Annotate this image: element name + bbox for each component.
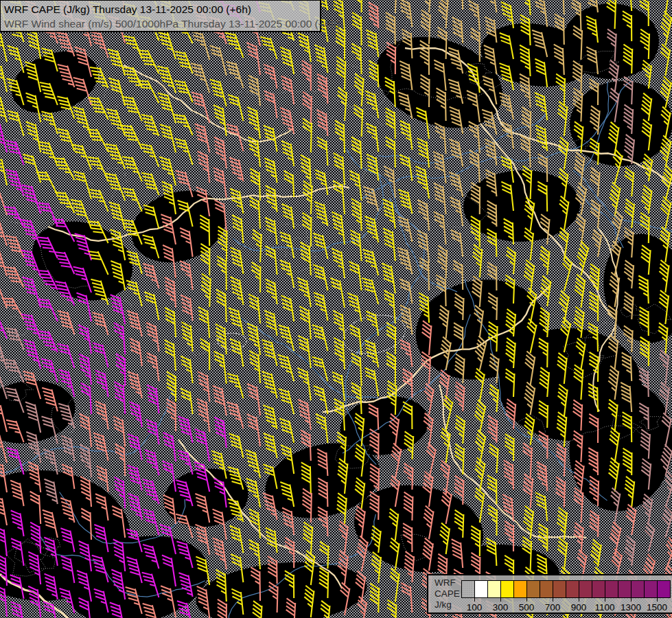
legend-tick [500, 598, 501, 602]
legend-labels: WRF CAPE J/kg [435, 577, 460, 610]
legend-cell-11 [605, 581, 618, 597]
legend-cell-10 [592, 581, 605, 597]
legend-cell-8 [566, 581, 579, 597]
legend-cell-1 [474, 581, 487, 597]
legend-tick [553, 598, 553, 602]
legend-tick [474, 598, 475, 602]
legend-model-label: WRF [435, 577, 460, 588]
legend-cell-0 [462, 581, 474, 597]
legend-parameter-label: CAPE [435, 588, 460, 599]
legend-colorbar [461, 580, 671, 598]
title-line-windshear: WRF Wind shear (m/s) 500/1000hPa Thursda… [4, 16, 320, 31]
legend-panel: WRF CAPE J/kg 10030050070090011001300150… [427, 574, 672, 614]
legend-cell-3 [500, 581, 513, 597]
legend-cell-13 [631, 581, 644, 597]
title-line-cape: WRF CAPE (J/kg) Thursday 13-11-2025 00:0… [4, 2, 320, 16]
legend-tick [579, 598, 579, 602]
legend-tick [631, 598, 632, 602]
wind-barb-layer [0, 0, 672, 618]
weather-map: WRF CAPE (J/kg) Thursday 13-11-2025 00:0… [0, 0, 672, 618]
legend-cell-14 [644, 581, 657, 597]
legend-tick-label: 1500 [642, 602, 672, 613]
legend-cell-4 [513, 581, 526, 597]
legend-cell-15 [657, 581, 670, 597]
legend-tick [657, 598, 658, 602]
legend-cell-7 [553, 581, 566, 597]
legend-cell-2 [487, 581, 500, 597]
legend-cell-5 [526, 581, 540, 597]
legend-cell-9 [579, 581, 592, 597]
legend-cell-12 [618, 581, 631, 597]
legend-tick [605, 598, 605, 602]
title-panel: WRF CAPE (J/kg) Thursday 13-11-2025 00:0… [0, 0, 321, 32]
legend-unit-label: J/kg [435, 599, 460, 610]
legend-tick [526, 598, 527, 602]
legend-cell-6 [540, 581, 553, 597]
